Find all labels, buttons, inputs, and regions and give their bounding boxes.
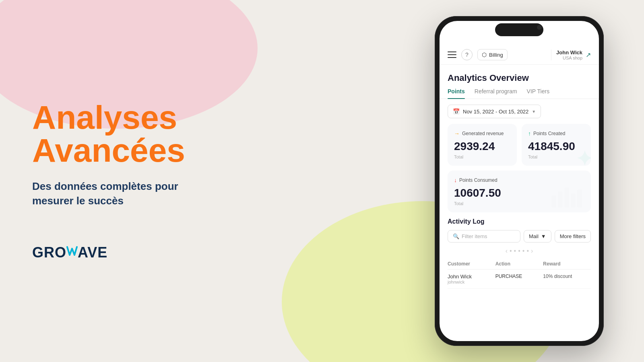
title-line2: Avancées bbox=[32, 132, 185, 169]
customer-handle: johnwick bbox=[448, 280, 495, 284]
phone-mockup: ? ⬡ Billing John Wick USA shop ↗ Analyt bbox=[435, 16, 604, 346]
svg-rect-2 bbox=[564, 187, 569, 208]
activity-filters: 🔍 Filter items Mail ▼ More filters bbox=[448, 230, 591, 243]
col-reward: Reward bbox=[543, 261, 591, 267]
search-icon: 🔍 bbox=[453, 233, 459, 239]
app-header: ? ⬡ Billing John Wick USA shop ↗ bbox=[440, 45, 599, 65]
generated-revenue-card: → Generated revenue 2939.24 Total bbox=[448, 124, 517, 166]
activity-log-section: Activity Log 🔍 Filter items Mail ▼ More … bbox=[440, 212, 599, 289]
tab-points[interactable]: Points bbox=[448, 88, 465, 99]
hamburger-menu-icon[interactable] bbox=[448, 51, 456, 58]
phone-notch bbox=[495, 23, 543, 36]
generated-revenue-label: → Generated revenue bbox=[454, 130, 510, 137]
external-link-icon[interactable]: ↗ bbox=[586, 51, 591, 59]
svg-rect-3 bbox=[571, 193, 576, 208]
col-customer: Customer bbox=[448, 261, 495, 267]
reward-cell: 10% discount bbox=[543, 274, 591, 284]
main-title: Analyses Avancées bbox=[32, 101, 274, 167]
user-info: John Wick USA shop ↗ bbox=[551, 49, 591, 60]
table-header: Customer Action Reward bbox=[448, 259, 591, 269]
svg-rect-1 bbox=[558, 191, 563, 208]
app-content: ? ⬡ Billing John Wick USA shop ↗ Analyt bbox=[440, 21, 599, 341]
user-details: John Wick USA shop bbox=[556, 49, 582, 60]
billing-button[interactable]: ⬡ Billing bbox=[477, 49, 508, 60]
pagination-dots: ‹ • • • • • › bbox=[448, 247, 591, 255]
svg-rect-4 bbox=[577, 189, 582, 208]
billing-label: Billing bbox=[489, 52, 503, 58]
search-bar[interactable]: 🔍 Filter items bbox=[448, 230, 520, 243]
consumed-watermark-chart bbox=[551, 183, 588, 209]
date-range-text: Nov 15, 2022 - Oct 15, 2022 bbox=[463, 109, 528, 115]
tabs-container: Points Referral program VIP Tiers bbox=[440, 83, 599, 99]
col-action: Action bbox=[495, 261, 543, 267]
calendar-icon: 📅 bbox=[453, 108, 460, 115]
chevron-right-icon[interactable]: › bbox=[531, 247, 533, 255]
points-consumed-card: ↓ Points Consumed 10607.50 Total bbox=[448, 171, 591, 212]
user-shop: USA shop bbox=[556, 56, 582, 60]
subtitle-text: Des données complètes pour mesurer le su… bbox=[32, 179, 201, 208]
phone-camera bbox=[537, 25, 542, 30]
arrow-down-icon: ↓ bbox=[454, 177, 457, 183]
points-created-card: ↑ Points Created 41845.90 Total ✦ bbox=[522, 124, 591, 166]
page-title: Analytics Overview bbox=[440, 65, 599, 83]
logo-part1: GRO bbox=[32, 244, 66, 261]
arrow-up-icon: ↑ bbox=[528, 130, 531, 137]
customer-cell: John Wick johnwick bbox=[448, 274, 495, 284]
search-placeholder: Filter items bbox=[462, 233, 487, 239]
activity-log-title: Activity Log bbox=[448, 218, 591, 225]
mail-filter-label: Mail bbox=[529, 233, 539, 239]
revenue-watermark bbox=[493, 142, 517, 166]
filter-chevron-icon: ▼ bbox=[541, 233, 546, 239]
tab-referral[interactable]: Referral program bbox=[475, 88, 517, 99]
more-filters-button[interactable]: More filters bbox=[555, 230, 591, 243]
points-consumed-label: ↓ Points Consumed bbox=[454, 177, 584, 183]
chevron-down-icon: ▼ bbox=[532, 109, 536, 114]
logo-part3: AVE bbox=[78, 244, 107, 261]
mail-filter-button[interactable]: Mail ▼ bbox=[524, 230, 551, 243]
date-filter-button[interactable]: 📅 Nov 15, 2022 - Oct 15, 2022 ▼ bbox=[448, 105, 541, 118]
points-created-label: ↑ Points Created bbox=[528, 130, 584, 137]
tab-vip-tiers[interactable]: VIP Tiers bbox=[527, 88, 550, 99]
chevron-left-icon[interactable]: ‹ bbox=[506, 247, 508, 255]
title-line1: Analyses bbox=[32, 99, 177, 136]
user-name: John Wick bbox=[556, 49, 582, 56]
billing-icon: ⬡ bbox=[482, 51, 487, 58]
phone-screen: ? ⬡ Billing John Wick USA shop ↗ Analyt bbox=[440, 21, 599, 341]
phone-frame: ? ⬡ Billing John Wick USA shop ↗ Analyt bbox=[435, 16, 604, 346]
metrics-grid: → Generated revenue 2939.24 Total bbox=[440, 124, 599, 212]
customer-name: John Wick bbox=[448, 274, 495, 280]
logo-w bbox=[66, 244, 78, 261]
svg-rect-0 bbox=[551, 195, 556, 208]
help-icon[interactable]: ? bbox=[461, 49, 473, 60]
action-cell: PURCHASE bbox=[495, 274, 543, 284]
table-row: John Wick johnwick PURCHASE 10% discount bbox=[448, 269, 591, 289]
arrow-right-icon: → bbox=[454, 130, 460, 137]
points-created-watermark: ✦ bbox=[576, 149, 591, 166]
logo: GRO AVE bbox=[32, 244, 274, 261]
left-panel: Analyses Avancées Des données complètes … bbox=[32, 0, 274, 362]
